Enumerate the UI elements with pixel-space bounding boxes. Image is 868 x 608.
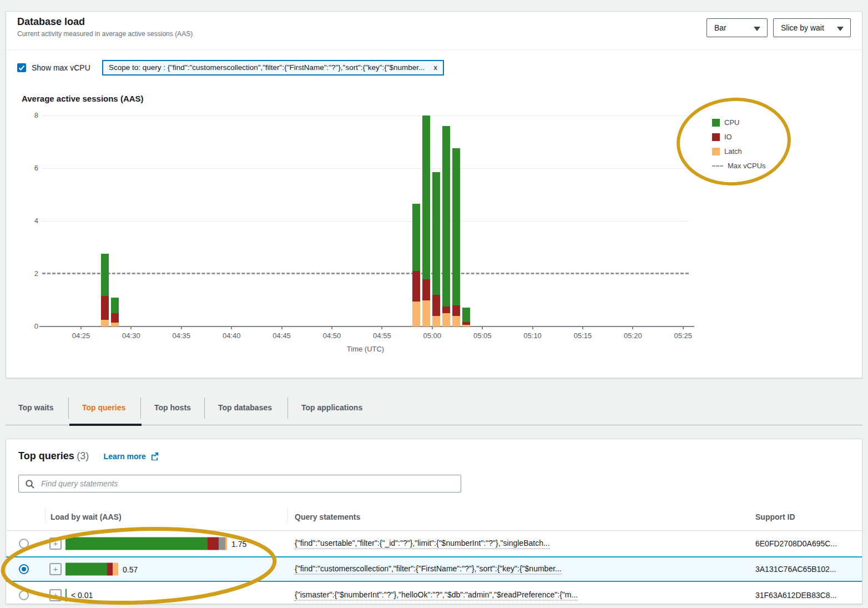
y-tick-label: 2 [34, 269, 38, 278]
table-row[interactable]: +0.57{"find":"customerscollection","filt… [6, 556, 862, 582]
max-vcpus-line [42, 273, 689, 274]
chart-bar-segment-cpu[interactable] [432, 172, 440, 295]
page-subtitle: Current activity measured in average act… [17, 30, 193, 38]
y-tick-label: 6 [34, 164, 38, 172]
load-bar-segment-other [219, 537, 225, 550]
table-row[interactable]: +< 0.01{"ismaster":{"$numberInt":"?"},"h… [6, 582, 862, 604]
tab-top-hosts[interactable]: Top hosts [154, 403, 191, 412]
table-title: Top queries [18, 450, 74, 461]
x-tick-label: 04:45 [270, 331, 294, 340]
chart-bar-segment-cpu[interactable] [101, 254, 109, 296]
chart-bar-segment-cpu[interactable] [422, 115, 430, 279]
chart-bar-segment-cpu[interactable] [111, 298, 119, 314]
query-statement-link[interactable]: {"ismaster":{"$numberInt":"?"},"helloOk"… [295, 590, 578, 600]
chart-bar-segment-latch[interactable] [442, 313, 450, 326]
scope-filter-tag: Scope to: query : {"find":"customerscoll… [102, 60, 444, 76]
row-radio-button[interactable] [19, 590, 29, 600]
load-by-wait-bar: 1.75 [65, 537, 246, 550]
load-bar-segment-latch [225, 537, 227, 550]
load-bar-segment-cpu [65, 589, 67, 601]
chart-bar-segment-latch[interactable] [462, 325, 470, 326]
external-link-icon[interactable] [150, 452, 159, 460]
x-tick-mark [432, 327, 433, 329]
chart-bar-segment-latch[interactable] [432, 316, 440, 326]
tab-divider [68, 398, 69, 419]
x-tick-mark [683, 327, 684, 329]
tab-divider [204, 398, 205, 419]
chart-bar-segment-io[interactable] [432, 295, 440, 316]
chart-bar-segment-io[interactable] [422, 279, 430, 300]
gridline [42, 115, 689, 116]
scope-filter-tag-text: Scope to: query : {"find":"customerscoll… [109, 63, 425, 72]
x-tick-label: 05:15 [571, 331, 595, 340]
chart-bar-segment-io[interactable] [111, 313, 119, 323]
tab-top-waits[interactable]: Top waits [18, 403, 54, 412]
chart-bar-segment-cpu[interactable] [452, 148, 460, 305]
x-tick-mark [281, 327, 282, 329]
chart-bar-segment-latch[interactable] [452, 316, 460, 326]
chart-bar-segment-latch[interactable] [111, 323, 119, 326]
search-input[interactable] [18, 475, 461, 493]
x-tick-mark [130, 327, 132, 329]
x-tick-mark [482, 327, 483, 329]
load-bar-segment-io [107, 563, 113, 576]
expand-row-icon[interactable]: + [49, 589, 62, 601]
chart-bar-segment-cpu[interactable] [462, 308, 470, 322]
search-icon [25, 479, 35, 489]
x-axis-line [39, 326, 694, 327]
table-count-badge: (3) [77, 450, 89, 461]
tab-top-queries[interactable]: Top queries [82, 403, 125, 412]
legend-swatch-cpu [712, 119, 720, 127]
load-aas-value: < 0.01 [71, 591, 93, 600]
query-table-body: +1.75{"find":"usertable","filter":{"_id"… [6, 531, 862, 604]
chart-bar-segment-latch[interactable] [101, 320, 109, 326]
chart-legend: CPUIOLatchMax vCPUs [712, 118, 766, 176]
chart-bar-segment-cpu[interactable] [412, 204, 420, 271]
expand-row-icon[interactable]: + [49, 537, 62, 550]
chart-type-dropdown-label: Bar [714, 23, 726, 32]
chart-bar-segment-io[interactable] [442, 306, 450, 313]
row-radio-button[interactable] [19, 564, 29, 574]
column-header-support-id: Support ID [755, 512, 795, 521]
query-statement-link[interactable]: {"find":"usertable","filter":{"_id":"?"}… [295, 539, 550, 549]
y-tick-label: 0 [34, 322, 38, 330]
gridline [42, 168, 689, 169]
chart-bar-segment-io[interactable] [452, 305, 460, 316]
chart-bar-segment-io[interactable] [101, 296, 109, 320]
x-tick-mark [532, 327, 533, 329]
tab-divider [287, 398, 288, 419]
query-statement-link[interactable]: {"find":"customerscollection","filter":{… [295, 564, 562, 575]
dashed-line-icon [712, 165, 723, 167]
support-id: 6E0FD2708D0A695C... [755, 539, 837, 548]
chart-type-dropdown[interactable]: Bar [706, 18, 768, 37]
x-tick-label: 04:40 [219, 331, 244, 340]
table-row[interactable]: +1.75{"find":"usertable","filter":{"_id"… [6, 531, 862, 556]
scope-tag-close-icon[interactable]: x [433, 63, 437, 72]
load-bar-segment-latch [113, 563, 118, 576]
legend-label: Max vCPUs [728, 162, 766, 170]
chart-bar-segment-cpu[interactable] [442, 126, 450, 306]
x-tick-label: 05:25 [671, 331, 695, 340]
detail-tabs: Top waitsTop queriesTop hostsTop databas… [0, 398, 868, 420]
x-tick-label: 04:55 [370, 331, 394, 340]
chart-bar-segment-io[interactable] [412, 271, 420, 302]
load-by-wait-bar: 0.57 [65, 563, 138, 576]
load-bar-segment-cpu [65, 563, 107, 576]
expand-row-icon[interactable]: + [49, 563, 62, 575]
tab-divider [140, 398, 141, 419]
legend-item: Max vCPUs [712, 162, 766, 170]
support-id: 3A131C76AC65B102... [755, 565, 836, 574]
x-tick-mark [231, 327, 232, 329]
x-tick-label: 05:20 [620, 331, 645, 340]
learn-more-link[interactable]: Learn more [104, 452, 146, 461]
chart-bar-segment-latch[interactable] [422, 300, 430, 327]
row-radio-button[interactable] [19, 539, 29, 549]
chart-bar-segment-io[interactable] [462, 322, 470, 325]
chart-bar-segment-latch[interactable] [412, 302, 420, 326]
slice-by-dropdown[interactable]: Slice by wait [773, 18, 851, 37]
tab-top-databases[interactable]: Top databases [218, 403, 272, 412]
tab-top-applications[interactable]: Top applications [301, 403, 362, 412]
column-divider [45, 508, 46, 524]
top-queries-panel: Top queries (3) Learn more Load by wait … [6, 439, 862, 604]
database-load-panel: Database load Current activity measured … [6, 11, 862, 378]
